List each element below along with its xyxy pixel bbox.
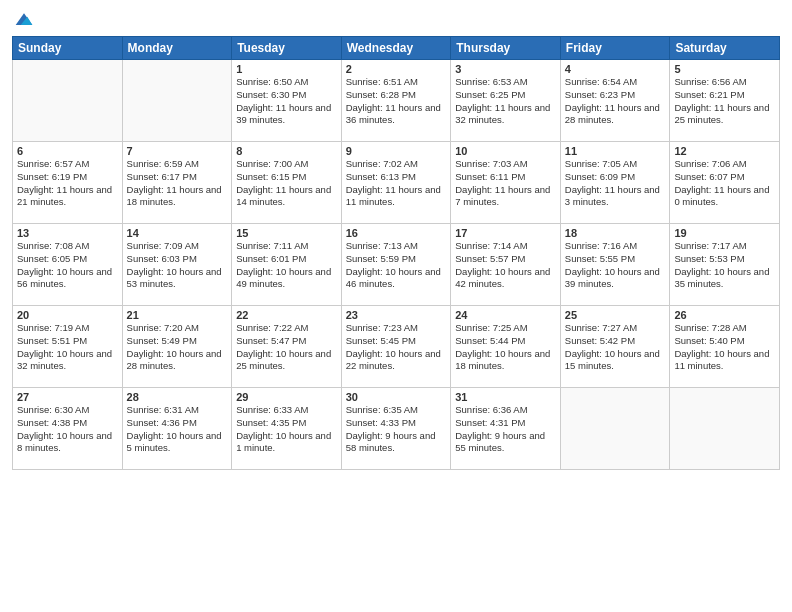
day-info: Sunrise: 6:53 AM Sunset: 6:25 PM Dayligh…	[455, 76, 556, 127]
day-cell: 9Sunrise: 7:02 AM Sunset: 6:13 PM Daylig…	[341, 142, 451, 224]
day-info: Sunrise: 7:20 AM Sunset: 5:49 PM Dayligh…	[127, 322, 228, 373]
day-info: Sunrise: 7:09 AM Sunset: 6:03 PM Dayligh…	[127, 240, 228, 291]
day-number: 12	[674, 145, 775, 157]
header-sunday: Sunday	[13, 37, 123, 60]
calendar-table: SundayMondayTuesdayWednesdayThursdayFrid…	[12, 36, 780, 470]
day-cell: 13Sunrise: 7:08 AM Sunset: 6:05 PM Dayli…	[13, 224, 123, 306]
day-cell: 22Sunrise: 7:22 AM Sunset: 5:47 PM Dayli…	[232, 306, 342, 388]
header	[12, 10, 780, 30]
logo	[12, 10, 34, 30]
day-info: Sunrise: 6:36 AM Sunset: 4:31 PM Dayligh…	[455, 404, 556, 455]
day-cell	[560, 388, 670, 470]
day-cell: 1Sunrise: 6:50 AM Sunset: 6:30 PM Daylig…	[232, 60, 342, 142]
logo-icon	[14, 10, 34, 30]
day-cell: 18Sunrise: 7:16 AM Sunset: 5:55 PM Dayli…	[560, 224, 670, 306]
week-row-1: 1Sunrise: 6:50 AM Sunset: 6:30 PM Daylig…	[13, 60, 780, 142]
day-cell: 20Sunrise: 7:19 AM Sunset: 5:51 PM Dayli…	[13, 306, 123, 388]
day-number: 31	[455, 391, 556, 403]
day-cell: 19Sunrise: 7:17 AM Sunset: 5:53 PM Dayli…	[670, 224, 780, 306]
day-cell	[122, 60, 232, 142]
day-info: Sunrise: 7:22 AM Sunset: 5:47 PM Dayligh…	[236, 322, 337, 373]
main-container: SundayMondayTuesdayWednesdayThursdayFrid…	[0, 0, 792, 478]
day-number: 13	[17, 227, 118, 239]
day-number: 28	[127, 391, 228, 403]
day-number: 10	[455, 145, 556, 157]
header-friday: Friday	[560, 37, 670, 60]
day-info: Sunrise: 7:14 AM Sunset: 5:57 PM Dayligh…	[455, 240, 556, 291]
day-cell: 6Sunrise: 6:57 AM Sunset: 6:19 PM Daylig…	[13, 142, 123, 224]
day-info: Sunrise: 6:59 AM Sunset: 6:17 PM Dayligh…	[127, 158, 228, 209]
week-row-2: 6Sunrise: 6:57 AM Sunset: 6:19 PM Daylig…	[13, 142, 780, 224]
day-cell: 2Sunrise: 6:51 AM Sunset: 6:28 PM Daylig…	[341, 60, 451, 142]
day-info: Sunrise: 6:56 AM Sunset: 6:21 PM Dayligh…	[674, 76, 775, 127]
day-number: 4	[565, 63, 666, 75]
day-info: Sunrise: 7:00 AM Sunset: 6:15 PM Dayligh…	[236, 158, 337, 209]
day-number: 6	[17, 145, 118, 157]
day-cell: 30Sunrise: 6:35 AM Sunset: 4:33 PM Dayli…	[341, 388, 451, 470]
day-info: Sunrise: 7:11 AM Sunset: 6:01 PM Dayligh…	[236, 240, 337, 291]
day-info: Sunrise: 6:51 AM Sunset: 6:28 PM Dayligh…	[346, 76, 447, 127]
day-number: 9	[346, 145, 447, 157]
header-wednesday: Wednesday	[341, 37, 451, 60]
day-cell	[670, 388, 780, 470]
day-cell: 31Sunrise: 6:36 AM Sunset: 4:31 PM Dayli…	[451, 388, 561, 470]
day-number: 27	[17, 391, 118, 403]
day-cell: 25Sunrise: 7:27 AM Sunset: 5:42 PM Dayli…	[560, 306, 670, 388]
day-cell: 21Sunrise: 7:20 AM Sunset: 5:49 PM Dayli…	[122, 306, 232, 388]
day-cell: 12Sunrise: 7:06 AM Sunset: 6:07 PM Dayli…	[670, 142, 780, 224]
day-cell: 7Sunrise: 6:59 AM Sunset: 6:17 PM Daylig…	[122, 142, 232, 224]
day-number: 2	[346, 63, 447, 75]
day-info: Sunrise: 7:06 AM Sunset: 6:07 PM Dayligh…	[674, 158, 775, 209]
day-number: 5	[674, 63, 775, 75]
day-cell: 27Sunrise: 6:30 AM Sunset: 4:38 PM Dayli…	[13, 388, 123, 470]
day-number: 16	[346, 227, 447, 239]
day-info: Sunrise: 7:23 AM Sunset: 5:45 PM Dayligh…	[346, 322, 447, 373]
day-cell: 10Sunrise: 7:03 AM Sunset: 6:11 PM Dayli…	[451, 142, 561, 224]
day-info: Sunrise: 6:35 AM Sunset: 4:33 PM Dayligh…	[346, 404, 447, 455]
day-number: 17	[455, 227, 556, 239]
day-info: Sunrise: 6:30 AM Sunset: 4:38 PM Dayligh…	[17, 404, 118, 455]
day-cell	[13, 60, 123, 142]
day-info: Sunrise: 7:08 AM Sunset: 6:05 PM Dayligh…	[17, 240, 118, 291]
day-number: 3	[455, 63, 556, 75]
day-cell: 23Sunrise: 7:23 AM Sunset: 5:45 PM Dayli…	[341, 306, 451, 388]
day-info: Sunrise: 6:33 AM Sunset: 4:35 PM Dayligh…	[236, 404, 337, 455]
day-number: 11	[565, 145, 666, 157]
day-number: 15	[236, 227, 337, 239]
day-number: 22	[236, 309, 337, 321]
day-info: Sunrise: 7:19 AM Sunset: 5:51 PM Dayligh…	[17, 322, 118, 373]
day-number: 26	[674, 309, 775, 321]
day-info: Sunrise: 7:25 AM Sunset: 5:44 PM Dayligh…	[455, 322, 556, 373]
day-info: Sunrise: 6:54 AM Sunset: 6:23 PM Dayligh…	[565, 76, 666, 127]
header-row: SundayMondayTuesdayWednesdayThursdayFrid…	[13, 37, 780, 60]
week-row-5: 27Sunrise: 6:30 AM Sunset: 4:38 PM Dayli…	[13, 388, 780, 470]
day-number: 14	[127, 227, 228, 239]
day-number: 19	[674, 227, 775, 239]
day-cell: 14Sunrise: 7:09 AM Sunset: 6:03 PM Dayli…	[122, 224, 232, 306]
day-info: Sunrise: 7:03 AM Sunset: 6:11 PM Dayligh…	[455, 158, 556, 209]
day-info: Sunrise: 7:13 AM Sunset: 5:59 PM Dayligh…	[346, 240, 447, 291]
header-saturday: Saturday	[670, 37, 780, 60]
day-number: 24	[455, 309, 556, 321]
day-cell: 26Sunrise: 7:28 AM Sunset: 5:40 PM Dayli…	[670, 306, 780, 388]
day-info: Sunrise: 7:05 AM Sunset: 6:09 PM Dayligh…	[565, 158, 666, 209]
day-number: 21	[127, 309, 228, 321]
day-number: 7	[127, 145, 228, 157]
day-cell: 11Sunrise: 7:05 AM Sunset: 6:09 PM Dayli…	[560, 142, 670, 224]
day-number: 8	[236, 145, 337, 157]
day-info: Sunrise: 6:57 AM Sunset: 6:19 PM Dayligh…	[17, 158, 118, 209]
header-tuesday: Tuesday	[232, 37, 342, 60]
day-number: 30	[346, 391, 447, 403]
day-cell: 28Sunrise: 6:31 AM Sunset: 4:36 PM Dayli…	[122, 388, 232, 470]
day-cell: 24Sunrise: 7:25 AM Sunset: 5:44 PM Dayli…	[451, 306, 561, 388]
day-cell: 4Sunrise: 6:54 AM Sunset: 6:23 PM Daylig…	[560, 60, 670, 142]
week-row-4: 20Sunrise: 7:19 AM Sunset: 5:51 PM Dayli…	[13, 306, 780, 388]
header-monday: Monday	[122, 37, 232, 60]
day-cell: 8Sunrise: 7:00 AM Sunset: 6:15 PM Daylig…	[232, 142, 342, 224]
day-info: Sunrise: 6:50 AM Sunset: 6:30 PM Dayligh…	[236, 76, 337, 127]
header-thursday: Thursday	[451, 37, 561, 60]
day-number: 20	[17, 309, 118, 321]
day-cell: 5Sunrise: 6:56 AM Sunset: 6:21 PM Daylig…	[670, 60, 780, 142]
day-info: Sunrise: 7:27 AM Sunset: 5:42 PM Dayligh…	[565, 322, 666, 373]
day-cell: 3Sunrise: 6:53 AM Sunset: 6:25 PM Daylig…	[451, 60, 561, 142]
